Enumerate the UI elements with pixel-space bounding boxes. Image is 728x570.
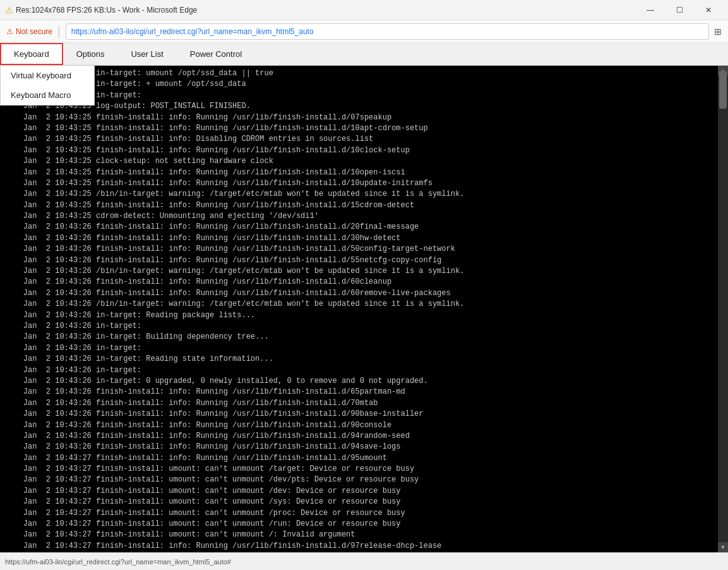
title-bar-text: Res:1024x768 FPS:26 KB:Us - Work - Micro… bbox=[16, 6, 636, 15]
url-text: https://ufm-ai03-ilo/cgi/url_redirect.cg… bbox=[71, 27, 314, 36]
terminal-container: Jan 2 10:43:25 in-target: umount /opt/ss… bbox=[0, 66, 728, 552]
nav-label-user-list: User List bbox=[131, 49, 163, 59]
status-url: https://ufm-ai03-ilo/cgi/url_redirect.cg… bbox=[5, 558, 231, 566]
nav-item-power-control[interactable]: Power Control bbox=[177, 43, 255, 65]
terminal-output[interactable]: Jan 2 10:43:25 in-target: umount /opt/ss… bbox=[0, 66, 718, 552]
dropdown-item-virtual-keyboard[interactable]: Virtual Keyboard bbox=[1, 66, 94, 85]
dropdown-item-keyboard-macro[interactable]: Keyboard Macro bbox=[1, 85, 94, 105]
nav-item-keyboard[interactable]: Keyboard bbox=[0, 43, 63, 65]
scroll-down-arrow[interactable]: ▼ bbox=[718, 542, 728, 552]
nav-label-options: Options bbox=[76, 49, 105, 59]
nav-item-options[interactable]: Options bbox=[63, 43, 118, 65]
keyboard-dropdown: Virtual Keyboard Keyboard Macro bbox=[0, 65, 95, 106]
vertical-scrollbar[interactable]: ▲ ▼ bbox=[718, 66, 728, 552]
maximize-button[interactable]: ☐ bbox=[665, 0, 694, 20]
nav-label-keyboard: Keyboard bbox=[14, 49, 49, 59]
security-badge: ⚠ Not secure bbox=[6, 27, 52, 36]
status-bar: https://ufm-ai03-ilo/cgi/url_redirect.cg… bbox=[0, 552, 728, 570]
security-text: Not secure bbox=[16, 27, 52, 36]
minimize-button[interactable]: — bbox=[636, 0, 665, 20]
nav-menu: Keyboard Options User List Power Control… bbox=[0, 43, 728, 66]
title-bar-controls: — ☐ ✕ bbox=[636, 0, 723, 20]
divider: | bbox=[57, 25, 61, 38]
nav-item-user-list[interactable]: User List bbox=[117, 43, 176, 65]
warning-icon-small: ⚠ bbox=[6, 27, 13, 36]
url-input[interactable]: https://ufm-ai03-ilo/cgi/url_redirect.cg… bbox=[66, 23, 709, 40]
scroll-thumb[interactable] bbox=[719, 71, 727, 109]
nav-label-power-control: Power Control bbox=[190, 49, 242, 59]
close-button[interactable]: ✕ bbox=[694, 0, 723, 20]
extensions-icon[interactable]: ⊞ bbox=[714, 27, 722, 37]
title-bar: ⚠ Res:1024x768 FPS:26 KB:Us - Work - Mic… bbox=[0, 0, 728, 20]
warning-icon: ⚠ bbox=[5, 5, 13, 15]
address-bar: ⚠ Not secure | https://ufm-ai03-ilo/cgi/… bbox=[0, 20, 728, 43]
